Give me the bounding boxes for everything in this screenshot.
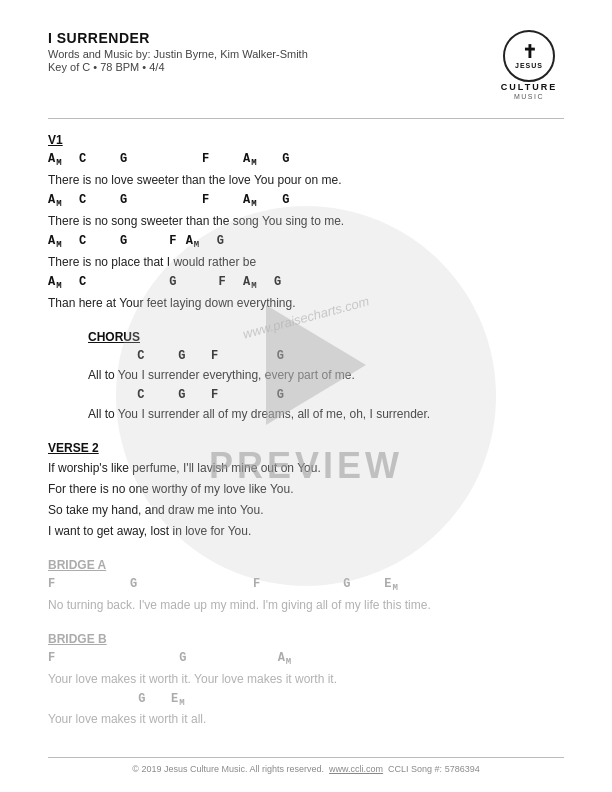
chorus-chord1: C G F G [88,348,564,365]
chorus-section: CHORUS C G F G All to You I surrender ev… [88,330,564,423]
page: I SURRENDER Words and Music by: Justin B… [0,0,612,792]
logo-culture: CULTURE [501,82,557,92]
bb-lyric2: Your love makes it worth it all. [48,710,564,728]
logo-music: MUSIC [514,93,544,100]
chorus-lyric2: All to You I surrender all of my dreams,… [88,405,564,423]
header-divider [48,118,564,119]
v1-lyric2: There is no song sweeter than the song Y… [48,212,564,230]
v2-lyric3: So take my hand, and draw me into You. [48,501,564,519]
ba-chord1: F G F G EM [48,576,564,595]
bridge-a-label: BRIDGE A [48,558,564,572]
verse2-label: VERSE 2 [48,441,564,455]
verse1-section: V1 AM C G F AM G There is no love sweete… [48,133,564,312]
bridge-b-label: BRIDGE B [48,632,564,646]
v1-chord3: AM C G F AM G [48,233,564,252]
bb-chord1: F G AM [48,650,564,669]
footer-copyright: © 2019 Jesus Culture Music. All rights r… [132,764,324,774]
bridge-b-section: BRIDGE B F G AM Your love makes it worth… [48,632,564,729]
verse2-section: VERSE 2 If worship's like perfume, I'll … [48,441,564,540]
chorus-chord2: C G F G [88,387,564,404]
chorus-lyric1: All to You I surrender everything, every… [88,366,564,384]
v1-lyric4: Than here at Your feet laying down every… [48,294,564,312]
footer: © 2019 Jesus Culture Music. All rights r… [48,757,564,774]
bb-chord2: G EM [48,691,564,710]
bridge-a-section: BRIDGE A F G F G EM No turning back. I'v… [48,558,564,614]
chorus-label: CHORUS [88,330,564,344]
header-left: I SURRENDER Words and Music by: Justin B… [48,30,308,73]
logo-cross: ✝ [522,43,537,61]
footer-ccli: CCLI Song #: 5786394 [388,764,480,774]
song-key: Key of C • 78 BPM • 4/4 [48,61,308,73]
song-title: I SURRENDER [48,30,308,46]
v1-lyric3: There is no place that I would rather be [48,253,564,271]
logo-jesus: JESUS [515,62,543,69]
v2-lyric4: I want to get away, lost in love for You… [48,522,564,540]
footer-website[interactable]: www.ccli.com [329,764,383,774]
v2-lyric2: For there is no one worthy of my love li… [48,480,564,498]
v1-chord2: AM C G F AM G [48,192,564,211]
header: I SURRENDER Words and Music by: Justin B… [48,30,564,100]
v2-lyric1: If worship's like perfume, I'll lavish m… [48,459,564,477]
logo-circle: ✝ JESUS [503,30,555,82]
song-meta: Words and Music by: Justin Byrne, Kim Wa… [48,48,308,60]
logo: ✝ JESUS CULTURE MUSIC [494,30,564,100]
ba-lyric1: No turning back. I've made up my mind. I… [48,596,564,614]
v1-lyric1: There is no love sweeter than the love Y… [48,171,564,189]
v1-chord4: AM C G F AM G [48,274,564,293]
v1-chord1: AM C G F AM G [48,151,564,170]
verse1-label: V1 [48,133,564,147]
bb-lyric1: Your love makes it worth it. Your love m… [48,670,564,688]
